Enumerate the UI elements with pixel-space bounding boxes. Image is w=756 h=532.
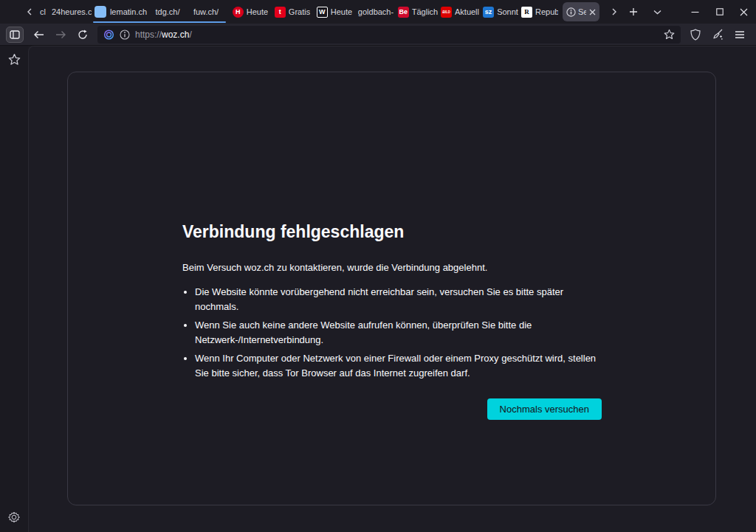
bookmarks-star-button[interactable] [8, 53, 21, 66]
retry-button[interactable]: Nochmals versuchen [487, 398, 602, 420]
sidebar-icon [10, 30, 20, 39]
reload-button[interactable] [72, 26, 93, 44]
page-title: Verbindung fehlgeschlagen [182, 221, 602, 243]
error-suggestion: Wenn Ihr Computer oder Netzwerk von eine… [195, 351, 602, 380]
tab-label: Heute [247, 7, 268, 16]
new-identity-broom-icon [712, 29, 724, 40]
error-suggestion: Wenn Sie auch keine andere Website aufru… [195, 318, 602, 347]
scroll-tabs-left-button[interactable] [22, 3, 37, 21]
tab-taeglich[interactable]: Be Täglich [397, 2, 439, 21]
chevron-down-icon [653, 10, 662, 15]
new-identity-button[interactable] [707, 26, 728, 44]
new-tab-icon [629, 7, 638, 16]
sidebar-launcher [0, 46, 28, 532]
button-row: Nochmals versuchen [182, 398, 602, 420]
tab-label: tdg.ch/ [155, 7, 179, 16]
close-window-button[interactable] [732, 0, 756, 24]
reload-icon [78, 30, 88, 40]
tab-label: Täglich [412, 7, 438, 16]
new-tab-button[interactable] [625, 3, 642, 21]
tab-label: goldbach- [358, 7, 394, 16]
back-button[interactable] [28, 26, 49, 44]
tab-heute[interactable]: H Heute [230, 2, 270, 21]
forward-button[interactable] [50, 26, 71, 44]
tab-label: Sei [578, 7, 586, 16]
chevron-left-icon [27, 8, 32, 15]
tab-sonntag[interactable]: sz Sonnt [481, 2, 520, 21]
navigation-toolbar: https://woz.ch/ [0, 24, 756, 46]
tab-goldbach[interactable]: goldbach- [356, 2, 396, 21]
forward-icon [55, 30, 66, 39]
tab-label: Aktuell [455, 7, 479, 16]
url-text: https://woz.ch/ [135, 30, 192, 40]
tab-group-chip[interactable] [94, 6, 106, 18]
tor-circuit-icon [103, 29, 114, 40]
info-icon [566, 7, 576, 17]
tab-fuw[interactable]: fuw.ch/ [188, 2, 224, 21]
close-icon [740, 8, 748, 16]
back-icon [33, 30, 44, 39]
menu-button[interactable] [729, 26, 750, 44]
browser-body: Verbindung fehlgeschlagen Beim Versuch w… [0, 46, 756, 532]
favicon-w: W [317, 7, 328, 18]
maximize-icon [716, 8, 724, 15]
tab-bar: cl 24heures.c lematin.ch tdg.ch/ fuw.ch/… [0, 0, 756, 24]
tab-republik[interactable]: R Repub [521, 2, 558, 21]
tab-24heures[interactable]: 24heures.c [52, 2, 92, 21]
info-icon[interactable] [120, 30, 130, 40]
url-bar[interactable]: https://woz.ch/ [97, 26, 681, 44]
chevron-right-icon [611, 8, 617, 15]
favicon-bild: BILD [441, 7, 452, 18]
shield-button[interactable] [685, 26, 706, 44]
window-controls [683, 0, 756, 24]
tab-label: Heute [331, 7, 352, 16]
page-viewport: Verbindung fehlgeschlagen Beim Versuch w… [28, 46, 756, 532]
menu-icon [735, 31, 745, 38]
shield-icon [690, 29, 701, 41]
tab-lematin[interactable]: lematin.ch [109, 2, 148, 21]
tab-label: 24heures.c [52, 7, 92, 16]
tab-gratis[interactable]: t Gratis [273, 2, 312, 21]
favicon-gratis: t [275, 7, 286, 18]
tab-tdg[interactable]: tdg.ch/ [149, 2, 186, 21]
minimize-icon [691, 8, 699, 16]
tab-w-heute[interactable]: W Heute [315, 2, 354, 21]
url-path: / [189, 30, 191, 40]
neterror-content: Verbindung fehlgeschlagen Beim Versuch w… [182, 221, 602, 420]
sidebar-toggle-button[interactable] [6, 27, 24, 43]
bookmark-star-button[interactable] [664, 29, 675, 40]
tab-active-error-page[interactable]: Sei [563, 2, 599, 21]
list-all-tabs-button[interactable] [648, 3, 666, 21]
tab-label: fuw.ch/ [193, 7, 219, 16]
favicon-heute: H [233, 7, 244, 18]
favicon-republik: R [521, 7, 532, 18]
tab-label: Repub [535, 7, 558, 16]
tab-label: Gratis [289, 7, 310, 16]
favicon-be: Be [398, 7, 409, 18]
tab-group-underline [93, 21, 226, 23]
settings-gear-button[interactable] [8, 511, 20, 523]
tab-label: cl [40, 7, 46, 16]
letterboxed-page: Verbindung fehlgeschlagen Beim Versuch w… [67, 72, 716, 505]
favicon-sz: sz [483, 7, 494, 18]
url-host: woz.ch [162, 30, 189, 40]
error-suggestion: Die Website könnte vorübergehend nicht e… [195, 285, 602, 314]
tab-label: Sonnt [497, 7, 518, 16]
tab-aktuell[interactable]: BILD Aktuell [440, 2, 480, 21]
scroll-tabs-right-button[interactable] [605, 3, 623, 21]
error-suggestion-list: Die Website könnte vorübergehend nicht e… [182, 285, 602, 380]
maximize-button[interactable] [707, 0, 732, 24]
error-description: Beim Versuch woz.ch zu kontaktieren, wur… [182, 261, 602, 274]
tab-label: lematin.ch [110, 7, 147, 16]
close-tab-button[interactable] [588, 7, 596, 17]
url-scheme: https:// [135, 30, 162, 40]
minimize-button[interactable] [683, 0, 707, 24]
tab-truncated[interactable]: cl [40, 2, 50, 21]
